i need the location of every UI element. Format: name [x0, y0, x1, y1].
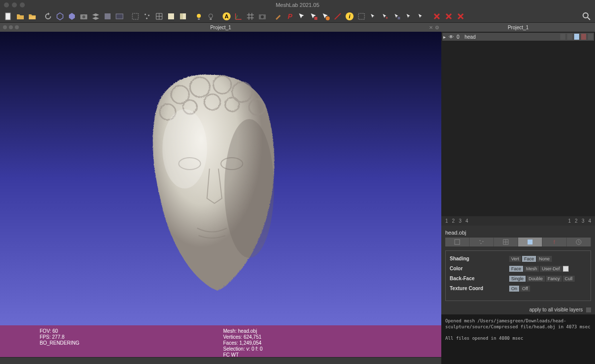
layer-name: head: [465, 34, 558, 40]
select-vertex-button[interactable]: [297, 11, 307, 22]
pager-l4[interactable]: 4: [466, 218, 469, 224]
apply-all-label: apply to all visible layers: [529, 307, 583, 312]
color-userdef[interactable]: User-Def: [540, 266, 562, 272]
shading-face[interactable]: Face: [522, 256, 536, 262]
window-controls[interactable]: [4, 2, 25, 7]
apply-all-row[interactable]: apply to all visible layers: [441, 305, 595, 314]
arrow-5-button[interactable]: [416, 11, 426, 22]
arrow-3-button[interactable]: [392, 11, 403, 22]
shading-label: Shading: [450, 256, 509, 261]
raster-button[interactable]: [102, 11, 113, 22]
mode-tab-5[interactable]: f: [542, 238, 567, 246]
layer-chip-2[interactable]: [567, 34, 572, 40]
viewport-header[interactable]: Project_1 ✕⚙: [0, 23, 441, 32]
texcoord-off[interactable]: Off: [520, 286, 530, 292]
reload-button[interactable]: [43, 11, 54, 22]
new-project-button[interactable]: [3, 11, 14, 22]
svg-text:f: f: [554, 240, 555, 245]
layers-button[interactable]: [90, 11, 101, 22]
delete-x3-button[interactable]: [455, 11, 466, 22]
bbox-button[interactable]: [130, 11, 141, 22]
snapshot-button[interactable]: [78, 11, 89, 22]
select-rect-button[interactable]: [356, 11, 367, 22]
open-folder-alt-button[interactable]: [27, 11, 38, 22]
axis-button[interactable]: [233, 11, 244, 22]
light-off-button[interactable]: [205, 11, 216, 22]
side-title: Project_1: [508, 25, 529, 30]
arrow-4-button[interactable]: [404, 11, 415, 22]
close-window[interactable]: [4, 2, 9, 7]
minimize-window[interactable]: [12, 2, 17, 7]
side-header[interactable]: Project_1: [441, 23, 595, 32]
select-face-button[interactable]: [308, 11, 319, 22]
layer-chip-3[interactable]: [574, 34, 579, 40]
pager-l1[interactable]: 1: [445, 218, 448, 224]
mode-tab-1[interactable]: [445, 238, 470, 246]
pager-r3[interactable]: 3: [582, 218, 585, 224]
label-a-button[interactable]: A: [221, 11, 232, 22]
horizontal-scrollbar[interactable]: [0, 357, 441, 364]
mode-tab-4[interactable]: [518, 238, 542, 246]
points-button[interactable]: [142, 11, 153, 22]
texcoord-on[interactable]: On: [509, 286, 519, 292]
pager-r1[interactable]: 1: [568, 218, 571, 224]
pin-icon[interactable]: ✕: [429, 25, 433, 30]
info-button[interactable]: i: [344, 11, 355, 22]
layer-chip-1[interactable]: [560, 34, 565, 40]
mode-tab-6[interactable]: [567, 238, 591, 246]
gear-icon[interactable]: ⚙: [435, 25, 439, 30]
mode-tab-3[interactable]: [494, 238, 518, 246]
layer-dialog-button[interactable]: [114, 11, 125, 22]
grid-button[interactable]: [245, 11, 256, 22]
apply-all-checkbox[interactable]: [586, 307, 591, 312]
shading-none[interactable]: None: [537, 256, 552, 262]
select-connected-button[interactable]: [320, 11, 331, 22]
svg-point-43: [480, 243, 481, 244]
backface-single[interactable]: Single: [509, 276, 526, 282]
svg-rect-11: [180, 13, 183, 19]
arrow-1-button[interactable]: [368, 11, 379, 22]
color-label: Color: [450, 266, 509, 271]
layer-row[interactable]: ▸ 👁 0 head: [442, 33, 594, 41]
mesh-render[interactable]: [125, 60, 299, 298]
import-mesh-button[interactable]: [55, 11, 65, 22]
export-mesh-button[interactable]: [66, 11, 77, 22]
expand-icon[interactable]: ▸: [443, 34, 446, 40]
backface-label: Back-Face: [450, 276, 509, 281]
viewport-3d[interactable]: [0, 32, 441, 325]
search-button[interactable]: [581, 11, 592, 22]
backface-cull[interactable]: Cull: [563, 276, 575, 282]
maximize-window[interactable]: [20, 2, 25, 7]
mode-tab-2[interactable]: [470, 238, 494, 246]
backface-fancy[interactable]: Fancy: [546, 276, 562, 282]
color-face[interactable]: Face: [509, 266, 523, 272]
pager-l3[interactable]: 3: [459, 218, 462, 224]
camera-button[interactable]: [257, 11, 268, 22]
color-mesh[interactable]: Mesh: [524, 266, 539, 272]
pager-l2[interactable]: 2: [452, 218, 455, 224]
wireframe-button[interactable]: [154, 11, 165, 22]
delete-x2-button[interactable]: [443, 11, 454, 22]
flat-shading-button[interactable]: [166, 11, 177, 22]
measure-button[interactable]: [332, 11, 343, 22]
pager-r4[interactable]: 4: [588, 218, 591, 224]
layer-index: 0: [457, 34, 463, 40]
pager-r2[interactable]: 2: [575, 218, 578, 224]
pick-points-button[interactable]: P: [285, 11, 296, 22]
shading-vert[interactable]: Vert: [509, 256, 521, 262]
svg-point-26: [583, 13, 588, 18]
layer-chip-4[interactable]: [581, 34, 586, 40]
backface-double[interactable]: Double: [527, 276, 545, 282]
visibility-icon[interactable]: 👁: [448, 34, 455, 40]
light-on-button[interactable]: [193, 11, 204, 22]
delete-x1-button[interactable]: [431, 11, 442, 22]
viewport-title: Project_1: [210, 25, 231, 30]
open-folder-button[interactable]: [15, 11, 26, 22]
svg-point-38: [225, 119, 274, 258]
layer-list: ▸ 👁 0 head: [441, 32, 595, 57]
paint-button[interactable]: [273, 11, 284, 22]
arrow-2-button[interactable]: [380, 11, 391, 22]
color-swatch[interactable]: [563, 266, 569, 272]
smooth-shading-button[interactable]: [178, 11, 188, 22]
layer-chip-5[interactable]: [588, 34, 593, 40]
